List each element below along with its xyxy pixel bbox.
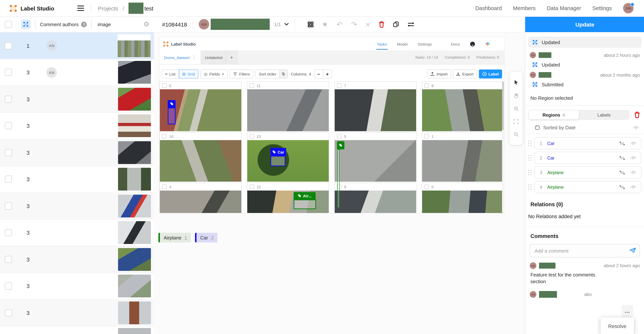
- menu-icon[interactable]: [77, 6, 84, 11]
- select-tool-icon[interactable]: [514, 80, 518, 85]
- copy-annotation-icon[interactable]: [393, 21, 399, 27]
- row-checkbox[interactable]: [5, 256, 12, 263]
- image-thumbnail[interactable]: [118, 61, 151, 84]
- pan-tool-icon[interactable]: [514, 93, 519, 98]
- table-row[interactable]: 3: [0, 246, 154, 273]
- table-row[interactable]: 3 AN: [0, 59, 154, 86]
- table-row[interactable]: 3: [0, 326, 154, 334]
- label-airplane[interactable]: Airplane 1: [158, 233, 191, 242]
- tab-labels[interactable]: Labels: [579, 110, 629, 120]
- region-1-bbox[interactable]: [168, 108, 176, 124]
- nav-dashboard[interactable]: Dashboard: [475, 5, 502, 11]
- send-comment-icon[interactable]: [629, 247, 636, 253]
- nav-members[interactable]: Members: [513, 5, 536, 11]
- image-thumbnail[interactable]: [118, 88, 151, 110]
- toggle-all-visibility-icon[interactable]: [633, 125, 639, 130]
- image-thumbnail[interactable]: [118, 275, 151, 298]
- table-row[interactable]: 3: [0, 193, 154, 220]
- tab-regions[interactable]: Regions4: [528, 110, 579, 120]
- toggle-visibility-icon[interactable]: [630, 156, 636, 160]
- history-entry-action[interactable]: Submitted: [532, 82, 642, 88]
- image-thumbnail[interactable]: [118, 195, 151, 218]
- fit-to-screen-icon[interactable]: [514, 119, 518, 124]
- column-image[interactable]: image: [98, 22, 111, 27]
- shot-scrollbar[interactable]: [502, 82, 504, 213]
- table-row[interactable]: 3: [0, 273, 154, 300]
- table-row[interactable]: 1 AN: [0, 32, 154, 59]
- image-thumbnail[interactable]: [117, 34, 151, 58]
- drag-handle-icon[interactable]: [528, 184, 529, 185]
- star-icon[interactable]: ★: [322, 21, 328, 28]
- gear-icon[interactable]: ⚙: [144, 20, 150, 28]
- image-thumbnail[interactable]: [118, 248, 151, 271]
- zoom-in-icon[interactable]: [514, 106, 519, 111]
- region-4-bbox[interactable]: [294, 200, 316, 209]
- table-row[interactable]: 3: [0, 113, 154, 139]
- row-checkbox[interactable]: [5, 309, 12, 316]
- toggle-visibility-icon[interactable]: [630, 185, 636, 189]
- grid-view-icon[interactable]: [308, 22, 314, 27]
- row-checkbox[interactable]: [5, 69, 12, 76]
- region-2-label-tag[interactable]: Car: [270, 148, 286, 156]
- toggle-visibility-icon[interactable]: [630, 170, 636, 175]
- image-thumbnail[interactable]: [118, 168, 151, 191]
- delete-annotation-icon[interactable]: [379, 21, 384, 28]
- comment-input[interactable]: [530, 244, 640, 257]
- row-checkbox[interactable]: [5, 96, 12, 103]
- history-entry-action[interactable]: Updated: [532, 62, 642, 68]
- table-row[interactable]: 3: [0, 300, 154, 326]
- image-thumbnail[interactable]: [118, 141, 151, 164]
- more-options-icon[interactable]: ...: [622, 305, 633, 317]
- regions-column-icon[interactable]: [21, 20, 31, 29]
- row-checkbox[interactable]: [5, 229, 12, 236]
- user-avatar[interactable]: AN: [623, 3, 634, 14]
- resolve-menu-item[interactable]: Resolve: [601, 318, 634, 334]
- image-thumbnail[interactable]: [118, 221, 151, 244]
- table-row[interactable]: 3: [0, 166, 154, 193]
- region-3-label-tag[interactable]: [337, 141, 344, 150]
- table-row[interactable]: 3: [0, 86, 154, 113]
- label-car[interactable]: Car 2: [195, 233, 218, 242]
- breadcrumb-project[interactable]: test: [144, 5, 153, 12]
- column-comment-authors[interactable]: Comment authors: [40, 22, 79, 27]
- drag-handle-icon[interactable]: [528, 140, 529, 142]
- image-thumbnail[interactable]: [118, 114, 151, 137]
- nav-data-manager[interactable]: Data Manager: [547, 5, 581, 11]
- region-2-bbox[interactable]: [270, 156, 286, 166]
- redo-icon[interactable]: ↷: [351, 21, 357, 28]
- image-thumbnail[interactable]: [118, 328, 151, 334]
- row-checkbox[interactable]: [5, 122, 12, 130]
- breadcrumb-projects[interactable]: Projects: [98, 5, 118, 12]
- zoom-out-icon[interactable]: [514, 132, 519, 137]
- nav-settings[interactable]: Settings: [592, 5, 612, 11]
- history-current-item[interactable]: Updated: [528, 36, 642, 48]
- reset-icon[interactable]: ×: [366, 20, 370, 28]
- drag-handle-icon[interactable]: [528, 170, 529, 171]
- region-3-bbox[interactable]: [337, 150, 340, 208]
- region-row[interactable]: 3 Airplane: [534, 166, 642, 178]
- region-row[interactable]: 1 Car: [534, 137, 642, 150]
- region-1-label-tag[interactable]: [168, 100, 176, 108]
- annotation-selector[interactable]: AN 1/1: [199, 19, 289, 30]
- row-checkbox[interactable]: [5, 283, 12, 290]
- delete-regions-icon[interactable]: [634, 112, 640, 118]
- sort-order-row[interactable]: Sorted by Date: [535, 125, 639, 130]
- toggle-visibility-icon[interactable]: [630, 141, 636, 146]
- update-button[interactable]: Update: [525, 16, 644, 32]
- row-checkbox[interactable]: [5, 149, 12, 156]
- task-image[interactable]: Label Studio Tasks Model Settings Docs: [160, 37, 504, 213]
- help-icon[interactable]: ?: [81, 22, 87, 27]
- row-checkbox[interactable]: [5, 42, 12, 49]
- undo-icon[interactable]: ↶: [336, 21, 342, 28]
- region-row[interactable]: 4 Airplane: [534, 181, 642, 193]
- settings-sliders-icon[interactable]: [408, 22, 414, 27]
- table-row[interactable]: 3: [0, 220, 154, 246]
- row-checkbox[interactable]: [5, 202, 12, 210]
- image-thumbnail[interactable]: [118, 302, 151, 324]
- region-4-label-tag[interactable]: Air...: [294, 192, 316, 200]
- select-all-checkbox[interactable]: [5, 21, 12, 28]
- chevron-down-icon[interactable]: [284, 23, 289, 26]
- table-row[interactable]: 3: [0, 139, 154, 166]
- drag-handle-icon[interactable]: [528, 155, 529, 156]
- row-checkbox[interactable]: [5, 176, 12, 183]
